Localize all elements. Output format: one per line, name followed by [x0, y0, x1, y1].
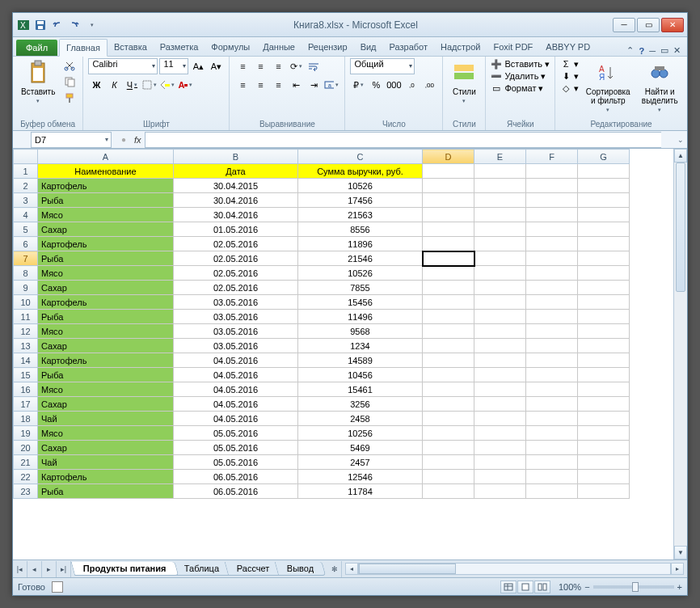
cell-D6[interactable]	[423, 237, 474, 251]
cut-icon[interactable]	[61, 58, 78, 73]
cell-C1[interactable]: Сумма выручки, руб.	[298, 164, 423, 179]
wrap-text-icon[interactable]	[306, 58, 322, 74]
paste-button[interactable]: Вставить ▾	[18, 58, 58, 106]
cell-F2[interactable]	[526, 179, 578, 193]
cell-F6[interactable]	[526, 237, 578, 251]
cell-C4[interactable]: 21563	[298, 208, 423, 222]
sheet-nav-last-icon[interactable]: ▸|	[57, 561, 71, 577]
cell-E17[interactable]	[474, 397, 526, 412]
cell-C5[interactable]: 8556	[298, 222, 423, 237]
cell-A6[interactable]: Картофель	[38, 237, 174, 251]
column-header-C[interactable]: C	[298, 150, 423, 164]
cell-G7[interactable]	[578, 251, 630, 266]
cell-F15[interactable]	[526, 368, 578, 382]
cell-A8[interactable]: Мясо	[38, 266, 174, 281]
increase-indent-icon[interactable]: ⇥	[306, 77, 322, 93]
ribbon-tab-рецензир[interactable]: Рецензир	[302, 39, 354, 56]
column-header-B[interactable]: B	[174, 150, 298, 164]
cell-G6[interactable]	[578, 237, 630, 251]
cell-B17[interactable]: 04.05.2016	[174, 397, 298, 412]
format-cells-button[interactable]: ▭Формат ▾	[491, 82, 550, 94]
scroll-right-icon[interactable]: ▸	[671, 563, 684, 575]
align-center-icon[interactable]: ≡	[252, 77, 268, 93]
cell-A1[interactable]: Наименование	[38, 164, 174, 179]
sheet-nav-first-icon[interactable]: |◂	[13, 561, 27, 577]
cell-C16[interactable]: 15461	[298, 382, 423, 397]
cell-D18[interactable]	[423, 412, 474, 426]
cell-A7[interactable]: Рыба	[38, 251, 174, 266]
cell-D19[interactable]	[423, 426, 474, 441]
ribbon-tab-abbyy pd[interactable]: ABBYY PD	[539, 39, 597, 56]
row-header-14[interactable]: 14	[14, 353, 38, 368]
increase-decimal-icon[interactable]: ,0	[403, 77, 420, 93]
expand-formula-bar-icon[interactable]: ⌄	[674, 136, 687, 144]
cell-B20[interactable]: 05.05.2016	[174, 441, 298, 455]
normal-view-icon[interactable]	[500, 581, 517, 593]
cell-B16[interactable]: 04.05.2016	[174, 382, 298, 397]
cell-F5[interactable]	[526, 222, 578, 237]
decrease-indent-icon[interactable]: ⇤	[288, 77, 304, 93]
row-header-20[interactable]: 20	[14, 441, 38, 455]
zoom-in-icon[interactable]: +	[677, 582, 682, 592]
cell-B4[interactable]: 30.04.2016	[174, 208, 298, 222]
cell-D4[interactable]	[423, 208, 474, 222]
align-right-icon[interactable]: ≡	[270, 77, 286, 93]
cell-E21[interactable]	[474, 455, 526, 470]
mdi-close-icon[interactable]: ✕	[673, 45, 681, 56]
row-header-23[interactable]: 23	[14, 484, 38, 499]
cell-E20[interactable]	[474, 441, 526, 455]
align-middle-icon[interactable]: ≡	[252, 58, 268, 74]
cell-D1[interactable]	[423, 164, 474, 179]
cell-G16[interactable]	[578, 382, 630, 397]
ribbon-tab-данные[interactable]: Данные	[256, 39, 302, 56]
cell-A20[interactable]: Сахар	[38, 441, 174, 455]
cell-D21[interactable]	[423, 455, 474, 470]
font-name-combo[interactable]: Calibri▾	[88, 58, 158, 74]
cell-G4[interactable]	[578, 208, 630, 222]
cell-E2[interactable]	[474, 179, 526, 193]
cell-F10[interactable]	[526, 295, 578, 310]
cell-B2[interactable]: 30.04.2015	[174, 179, 298, 193]
cell-D13[interactable]	[423, 339, 474, 353]
cell-D2[interactable]	[423, 179, 474, 193]
cell-B6[interactable]: 02.05.2016	[174, 237, 298, 251]
minimize-button[interactable]: ─	[613, 18, 635, 32]
undo-icon[interactable]	[50, 18, 65, 32]
cell-E11[interactable]	[474, 310, 526, 324]
cell-E15[interactable]	[474, 368, 526, 382]
styles-button[interactable]: Стили ▾	[448, 58, 480, 106]
format-painter-icon[interactable]	[61, 91, 78, 105]
decrease-font-icon[interactable]: A▾	[208, 58, 224, 74]
row-header-8[interactable]: 8	[14, 266, 38, 281]
scroll-down-icon[interactable]: ▼	[674, 546, 687, 559]
row-header-5[interactable]: 5	[14, 222, 38, 237]
cell-A10[interactable]: Картофель	[38, 295, 174, 310]
font-color-button[interactable]: A	[177, 77, 193, 93]
cell-E12[interactable]	[474, 324, 526, 339]
cell-C8[interactable]: 10526	[298, 266, 423, 281]
new-sheet-icon[interactable]: ✻	[327, 561, 342, 577]
cell-D3[interactable]	[423, 193, 474, 208]
help-icon[interactable]: ?	[639, 46, 644, 56]
cell-B22[interactable]: 06.05.2016	[174, 470, 298, 484]
hscroll-thumb[interactable]	[359, 564, 456, 574]
cell-D22[interactable]	[423, 470, 474, 484]
zoom-out-icon[interactable]: −	[584, 582, 589, 592]
cell-B14[interactable]: 04.05.2016	[174, 353, 298, 368]
cell-A11[interactable]: Рыба	[38, 310, 174, 324]
row-header-11[interactable]: 11	[14, 310, 38, 324]
row-header-2[interactable]: 2	[14, 179, 38, 193]
cell-A4[interactable]: Мясо	[38, 208, 174, 222]
cell-E3[interactable]	[474, 193, 526, 208]
row-header-19[interactable]: 19	[14, 426, 38, 441]
cell-C21[interactable]: 2457	[298, 455, 423, 470]
copy-icon[interactable]	[61, 74, 78, 89]
align-bottom-icon[interactable]: ≡	[270, 58, 286, 74]
cell-F4[interactable]	[526, 208, 578, 222]
cancel-formula-icon[interactable]: ●	[116, 133, 131, 147]
column-header-A[interactable]: A	[38, 150, 174, 164]
cell-E9[interactable]	[474, 281, 526, 295]
cell-E16[interactable]	[474, 382, 526, 397]
cell-G21[interactable]	[578, 455, 630, 470]
cell-C7[interactable]: 21546	[298, 251, 423, 266]
